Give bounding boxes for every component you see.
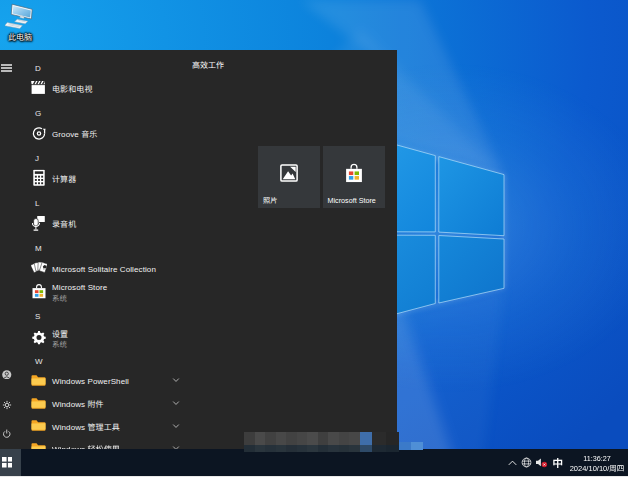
- section-letter: J: [35, 151, 39, 162]
- app-label: 计算器: [52, 173, 76, 184]
- mosaic-block: [286, 432, 297, 446]
- start-button[interactable]: [0, 449, 21, 476]
- chevron-down-icon[interactable]: [172, 399, 180, 407]
- app-label: Windows 管理工具: [52, 420, 120, 431]
- app-label: 电影和电视: [52, 82, 93, 93]
- app-list-item[interactable]: 电影和电视: [24, 79, 197, 97]
- app-list-item[interactable]: Microsoft Solitaire Collection: [24, 259, 197, 277]
- app-list-item[interactable]: 计算器: [24, 169, 197, 187]
- section-letter: W: [35, 354, 43, 365]
- microsoft-store-tile[interactable]: Microsoft Store: [323, 146, 385, 208]
- app-list-section-header[interactable]: L: [24, 193, 197, 211]
- mosaic-block: [339, 432, 350, 446]
- chevron-up-icon: [508, 460, 517, 466]
- app-sublabel: 系统: [52, 292, 67, 303]
- mosaic-block: [349, 445, 360, 452]
- mosaic-block: [286, 445, 297, 452]
- section-letter: L: [35, 196, 39, 207]
- tray-hidden-icons-button[interactable]: [508, 460, 517, 466]
- ime-indicator[interactable]: 中: [553, 455, 564, 470]
- mosaic-block: [255, 445, 266, 452]
- solitaire-icon: [31, 260, 47, 277]
- mosaic-block: [360, 445, 373, 452]
- mosaic-block: [244, 432, 255, 446]
- movies-tv-icon: [31, 79, 47, 96]
- globe-icon: [521, 457, 532, 468]
- folder-icon: [31, 395, 47, 412]
- mosaic-block: [307, 432, 318, 446]
- app-list-section-header[interactable]: M: [24, 238, 197, 256]
- app-list-section-header[interactable]: G: [24, 103, 197, 121]
- folder-icon: [31, 372, 47, 389]
- chevron-down-icon[interactable]: [172, 422, 180, 430]
- folder-icon: [31, 417, 47, 434]
- store-tile-icon: [345, 163, 362, 183]
- app-list-section-header[interactable]: D: [24, 58, 197, 76]
- hamburger-icon: [1, 64, 12, 72]
- app-list-folder[interactable]: Windows 管理工具: [24, 417, 197, 435]
- mosaic-block: [339, 445, 350, 452]
- section-letter: G: [35, 107, 41, 118]
- app-label: Windows 附件: [52, 398, 104, 409]
- taskbar: 中 11:36:27 2024/10/10/周四: [0, 449, 628, 476]
- app-list-folder[interactable]: Windows PowerShell: [24, 371, 197, 389]
- mosaic-block: [386, 432, 399, 446]
- tray-network-button[interactable]: [521, 457, 532, 468]
- gear-icon: [2, 400, 12, 410]
- rail-menu-button[interactable]: [0, 59, 14, 77]
- mosaic-block: [399, 442, 411, 450]
- rail-user-button[interactable]: [0, 366, 14, 384]
- rail-settings-button[interactable]: [0, 396, 14, 414]
- system-tray: 中 11:36:27 2024/10/10/周四: [505, 449, 628, 476]
- app-list-section-header[interactable]: S: [24, 306, 197, 324]
- mosaic-block: [372, 445, 386, 452]
- app-sublabel: 系统: [52, 338, 67, 349]
- power-icon: [2, 429, 12, 439]
- groove-music-icon: [31, 125, 47, 142]
- calculator-icon: [31, 170, 47, 187]
- section-letter: D: [35, 62, 41, 73]
- mosaic-block: [386, 445, 399, 452]
- photos-tile[interactable]: 照片: [258, 146, 320, 208]
- section-letter: M: [35, 242, 42, 253]
- tray-volume-button[interactable]: [535, 457, 548, 468]
- mosaic-block: [255, 432, 266, 446]
- voice-recorder-icon: [31, 215, 47, 232]
- app-list-item[interactable]: Groove 音乐: [24, 124, 197, 142]
- mosaic-block: [318, 445, 329, 452]
- user-icon: [2, 370, 12, 380]
- mosaic-block: [372, 432, 386, 446]
- mosaic-block: [276, 432, 287, 446]
- mosaic-block: [297, 445, 308, 452]
- store-icon: [31, 283, 47, 300]
- taskbar-clock[interactable]: 11:36:27 2024/10/10/周四: [567, 454, 627, 472]
- mosaic-block: [307, 445, 318, 452]
- mosaic-block: [360, 432, 373, 446]
- tile-label: Microsoft Store: [328, 195, 376, 205]
- app-list-section-header[interactable]: W: [24, 351, 197, 369]
- mosaic-block: [328, 445, 339, 452]
- app-list-section-header[interactable]: J: [24, 148, 197, 166]
- computer-icon: [5, 2, 35, 29]
- desktop-icon-this-pc[interactable]: 此电脑: [1, 2, 39, 41]
- app-label: 设置: [52, 328, 68, 339]
- app-list-item[interactable]: 录音机: [24, 214, 197, 232]
- tile-label: 照片: [263, 195, 277, 205]
- mosaic-block: [411, 442, 424, 450]
- tile-group-header[interactable]: 高效工作: [192, 59, 224, 70]
- windows-logo-icon: [2, 457, 13, 468]
- app-list-item[interactable]: 设置系统: [24, 326, 197, 350]
- app-label: Microsoft Solitaire Collection: [52, 263, 156, 274]
- mosaic-block: [244, 445, 255, 452]
- section-letter: S: [35, 309, 40, 320]
- chevron-down-icon[interactable]: [172, 376, 180, 384]
- app-label: 录音机: [52, 218, 76, 229]
- app-list-folder[interactable]: Windows 附件: [24, 394, 197, 412]
- mosaic-block: [265, 445, 276, 452]
- mosaic-block: [276, 445, 287, 452]
- app-label: Windows PowerShell: [52, 375, 129, 386]
- app-list-item[interactable]: Microsoft Store系统: [24, 279, 197, 303]
- rail-power-button[interactable]: [0, 425, 14, 443]
- settings-gear-icon: [31, 329, 47, 346]
- speaker-muted-icon: [535, 457, 548, 468]
